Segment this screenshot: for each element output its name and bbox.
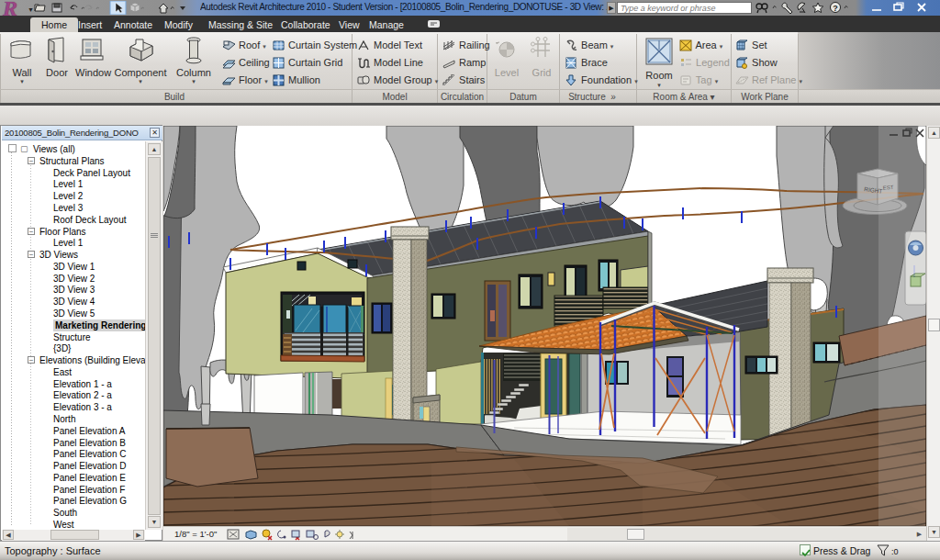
svg-text::0: :0 [891, 547, 899, 556]
svg-text:EST: EST [882, 185, 894, 191]
svg-text:?: ? [833, 4, 838, 13]
